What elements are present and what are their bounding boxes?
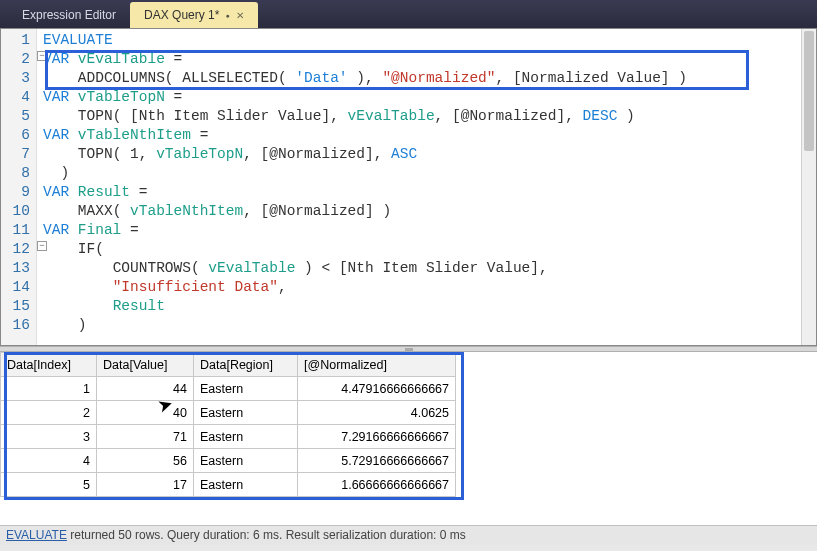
table-cell[interactable]: 17 [97, 473, 194, 497]
table-cell[interactable]: 71 [97, 425, 194, 449]
table-cell[interactable]: 4.0625 [298, 401, 456, 425]
line-number: 3 [1, 69, 30, 88]
code-line[interactable]: COUNTROWS( vEvalTable ) < [Nth Item Slid… [43, 259, 810, 278]
table-cell[interactable]: 2 [1, 401, 97, 425]
table-cell[interactable]: Eastern [194, 401, 298, 425]
line-number: 7 [1, 145, 30, 164]
table-row[interactable]: 240Eastern4.0625 [1, 401, 456, 425]
line-number: 14 [1, 278, 30, 297]
tab-label: DAX Query 1* [144, 8, 219, 22]
code-line[interactable]: ADDCOLUMNS( ALLSELECTED( 'Data' ), "@Nor… [43, 69, 810, 88]
code-body[interactable]: EVALUATEVAR vEvalTable = ADDCOLUMNS( ALL… [37, 29, 816, 345]
line-number: 9 [1, 183, 30, 202]
code-line[interactable]: MAXX( vTableNthItem, [@Normalized] ) [43, 202, 810, 221]
line-number: 15 [1, 297, 30, 316]
dirty-indicator-icon: ● [225, 12, 229, 19]
column-header[interactable]: Data[Region] [194, 353, 298, 377]
table-cell[interactable]: Eastern [194, 425, 298, 449]
results-pane: Data[Index]Data[Value]Data[Region][@Norm… [0, 352, 817, 525]
table-cell[interactable]: 40 [97, 401, 194, 425]
line-number: 4 [1, 88, 30, 107]
column-header[interactable]: Data[Value] [97, 353, 194, 377]
line-number: 8 [1, 164, 30, 183]
line-number-gutter: 12345678910111213141516 [1, 29, 37, 345]
status-evaluate-link[interactable]: EVALUATE [6, 528, 67, 542]
tab-bar: Expression Editor DAX Query 1* ● ✕ [0, 0, 817, 28]
line-number: 10 [1, 202, 30, 221]
table-cell[interactable]: 4.47916666666667 [298, 377, 456, 401]
code-line[interactable]: VAR Final = [43, 221, 810, 240]
code-line[interactable]: VAR vEvalTable = [43, 50, 810, 69]
table-cell[interactable]: 1 [1, 377, 97, 401]
status-text: returned 50 rows. Query duration: 6 ms. … [67, 528, 466, 542]
code-line[interactable]: VAR Result = [43, 183, 810, 202]
table-cell[interactable]: 5.72916666666667 [298, 449, 456, 473]
tab-dax-query[interactable]: DAX Query 1* ● ✕ [130, 2, 258, 28]
code-line[interactable]: EVALUATE [43, 31, 810, 50]
table-cell[interactable]: Eastern [194, 377, 298, 401]
code-line[interactable]: Result [43, 297, 810, 316]
table-cell[interactable]: Eastern [194, 473, 298, 497]
code-line[interactable]: TOPN( 1, vTableTopN, [@Normalized], ASC [43, 145, 810, 164]
table-cell[interactable]: 44 [97, 377, 194, 401]
line-number: 2 [1, 50, 30, 69]
table-row[interactable]: 456Eastern5.72916666666667 [1, 449, 456, 473]
line-number: 13 [1, 259, 30, 278]
table-cell[interactable]: 1.66666666666667 [298, 473, 456, 497]
table-row[interactable]: 144Eastern4.47916666666667 [1, 377, 456, 401]
status-bar: EVALUATE returned 50 rows. Query duratio… [0, 525, 817, 545]
code-line[interactable]: TOPN( [Nth Item Slider Value], vEvalTabl… [43, 107, 810, 126]
table-cell[interactable]: 4 [1, 449, 97, 473]
code-line[interactable]: VAR vTableNthItem = [43, 126, 810, 145]
fold-icon[interactable]: − [37, 241, 47, 251]
line-number: 12 [1, 240, 30, 259]
code-editor[interactable]: 12345678910111213141516 EVALUATEVAR vEva… [0, 28, 817, 346]
table-cell[interactable]: 3 [1, 425, 97, 449]
code-line[interactable]: ) [43, 316, 810, 335]
code-line[interactable]: IF( [43, 240, 810, 259]
code-line[interactable]: ) [43, 164, 810, 183]
scrollbar-thumb[interactable] [804, 31, 814, 151]
results-grid[interactable]: Data[Index]Data[Value]Data[Region][@Norm… [0, 352, 456, 497]
code-line[interactable]: VAR vTableTopN = [43, 88, 810, 107]
table-row[interactable]: 517Eastern1.66666666666667 [1, 473, 456, 497]
code-line[interactable]: "Insufficient Data", [43, 278, 810, 297]
line-number: 1 [1, 31, 30, 50]
line-number: 16 [1, 316, 30, 335]
column-header[interactable]: [@Normalized] [298, 353, 456, 377]
table-cell[interactable]: 7.29166666666667 [298, 425, 456, 449]
table-cell[interactable]: Eastern [194, 449, 298, 473]
line-number: 11 [1, 221, 30, 240]
line-number: 5 [1, 107, 30, 126]
tab-expression-editor[interactable]: Expression Editor [8, 2, 130, 28]
line-number: 6 [1, 126, 30, 145]
tab-label: Expression Editor [22, 8, 116, 22]
table-row[interactable]: 371Eastern7.29166666666667 [1, 425, 456, 449]
column-header[interactable]: Data[Index] [1, 353, 97, 377]
fold-icon[interactable]: − [37, 51, 47, 61]
close-icon[interactable]: ✕ [236, 10, 244, 21]
vertical-scrollbar[interactable] [801, 29, 816, 345]
table-cell[interactable]: 5 [1, 473, 97, 497]
table-cell[interactable]: 56 [97, 449, 194, 473]
